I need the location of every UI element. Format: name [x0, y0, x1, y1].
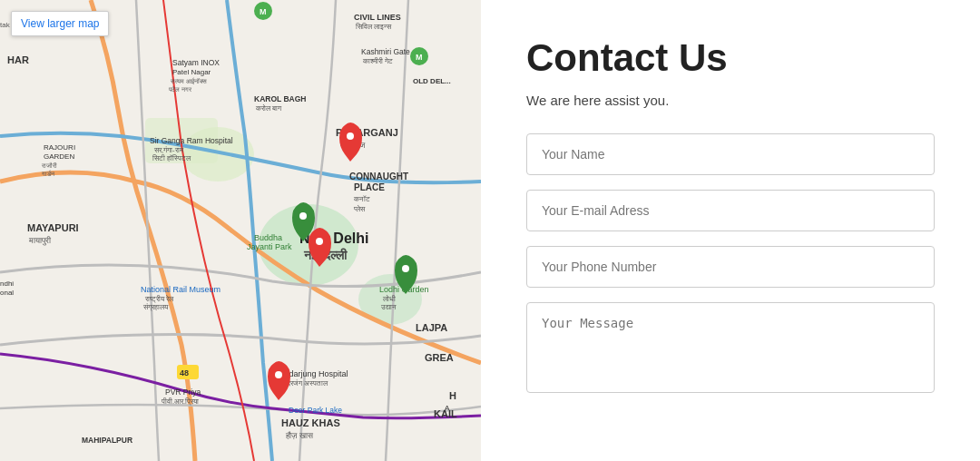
svg-text:PVR Priya: PVR Priya [165, 387, 201, 397]
view-larger-map-link[interactable]: View larger map [11, 11, 109, 36]
svg-text:OLD DEL...: OLD DEL... [413, 77, 451, 85]
svg-text:राजौरी: राजौरी [41, 162, 57, 169]
svg-text:मायापुरी: मायापुरी [28, 236, 52, 246]
phone-field-group [526, 246, 935, 288]
svg-text:HAR: HAR [7, 54, 29, 65]
svg-point-66 [275, 371, 282, 378]
svg-text:करोल बाग: करोल बाग [255, 103, 282, 113]
svg-text:काश्मीरी गेट: काश्मीरी गेट [362, 56, 393, 65]
svg-text:PLACE: PLACE [354, 182, 385, 192]
svg-text:राष्ट्रीय रेल: राष्ट्रीय रेल [144, 294, 174, 303]
svg-text:HAUZ KHAS: HAUZ KHAS [281, 417, 340, 428]
svg-text:Jayanti Park: Jayanti Park [247, 242, 292, 251]
svg-text:पटेल नगर: पटेल नगर [168, 85, 192, 93]
svg-text:GARDEN: GARDEN [44, 152, 74, 161]
svg-text:पीवी.आर.प्रिया: पीवी.आर.प्रिया [161, 397, 199, 406]
svg-text:संग्रहालय: संग्रहालय [142, 303, 169, 311]
contact-subtitle: We are here assist you. [526, 93, 935, 108]
message-textarea[interactable] [526, 302, 935, 393]
svg-text:Kashmiri Gate: Kashmiri Gate [361, 47, 410, 56]
svg-text:प्लेस: प्लेस [353, 204, 366, 213]
svg-point-67 [299, 212, 307, 220]
email-field-group [526, 190, 935, 231]
contact-section: Contact Us We are here assist you. [481, 0, 980, 461]
svg-text:National Rail Museum: National Rail Museum [141, 285, 220, 294]
svg-text:Satyam INOX: Satyam INOX [172, 58, 220, 67]
svg-text:KAROL BAGH: KAROL BAGH [254, 94, 306, 103]
name-input[interactable] [526, 133, 935, 175]
svg-text:onal: onal [0, 289, 14, 297]
svg-text:MAHIPALPUR: MAHIPALPUR [82, 436, 132, 445]
svg-text:LAJPA: LAJPA [416, 322, 447, 333]
svg-text:Sir Ganga Ram Hospital: Sir Ganga Ram Hospital [150, 136, 233, 145]
email-input[interactable] [526, 190, 935, 231]
svg-point-65 [316, 238, 323, 245]
map-container: MAYAPURI मायापुरी PAHARGANJ पहाड़गंज CON… [0, 0, 481, 461]
contact-title: Contact Us [526, 36, 935, 80]
svg-text:उद्यान: उद्यान [380, 303, 397, 311]
phone-input[interactable] [526, 246, 935, 288]
map-section: MAYAPURI मायापुरी PAHARGANJ पहाड़गंज CON… [0, 0, 481, 461]
svg-text:48: 48 [180, 368, 189, 378]
svg-point-68 [402, 265, 409, 272]
svg-text:सिटी हॉस्पिटल: सिटी हॉस्पिटल [152, 154, 191, 162]
svg-text:M: M [416, 53, 423, 62]
svg-point-64 [347, 132, 354, 140]
svg-text:Buddha: Buddha [254, 233, 282, 242]
svg-text:ndhi: ndhi [0, 280, 14, 288]
svg-text:Patel Nagar: Patel Nagar [172, 68, 211, 76]
svg-text:GREA: GREA [425, 352, 454, 363]
svg-text:A: A [445, 404, 450, 412]
svg-text:हौज़ खास: हौज़ खास [285, 430, 314, 440]
svg-text:लोधी: लोधी [382, 294, 396, 303]
svg-text:MAYAPURI: MAYAPURI [27, 222, 79, 233]
svg-text:M: M [260, 7, 267, 16]
svg-text:H: H [449, 390, 456, 401]
svg-text:CONNAUGHT: CONNAUGHT [349, 172, 408, 181]
svg-text:Deer Park Lake: Deer Park Lake [289, 406, 342, 415]
svg-text:RAJOURI: RAJOURI [44, 143, 75, 152]
svg-text:सिविल लाइन्स: सिविल लाइन्स [355, 23, 392, 31]
name-field-group [526, 133, 935, 175]
svg-text:कनॉट: कनॉट [353, 195, 370, 203]
svg-text:सत्यम आईनॉक्स: सत्यम आईनॉक्स [170, 77, 207, 85]
svg-text:सर,गंगा-राम: सर,गंगा-राम [153, 146, 184, 154]
svg-text:CIVIL LINES: CIVIL LINES [354, 13, 401, 22]
message-field-group [526, 302, 935, 397]
svg-text:गार्डन: गार्डन [41, 170, 55, 177]
